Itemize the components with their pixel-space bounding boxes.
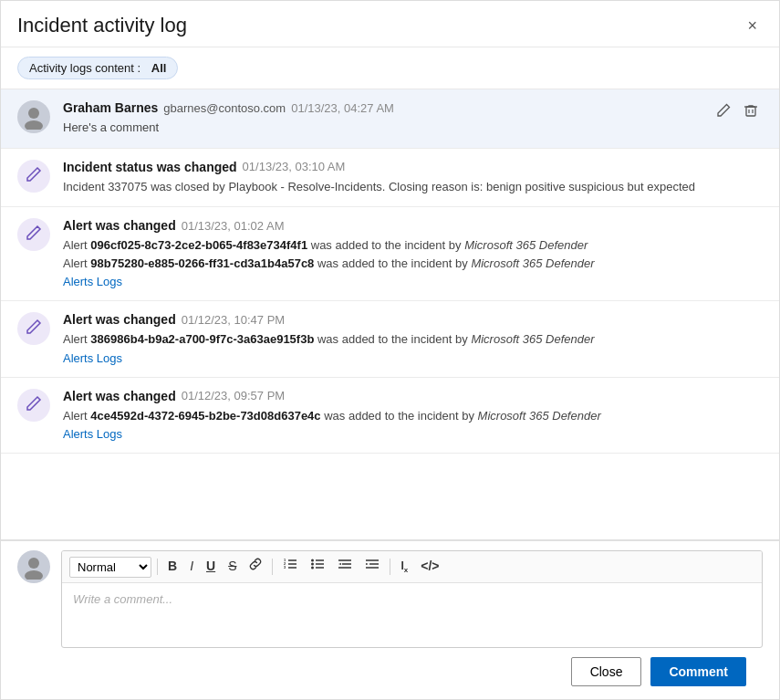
- pencil-icon: [26, 166, 42, 186]
- log-body: Incident 337075 was closed by Playbook -…: [63, 178, 763, 196]
- log-item: Incident status was changed 01/13/23, 03…: [1, 149, 779, 208]
- log-header-row: Graham Barnes gbarnes@contoso.com 01/13/…: [63, 100, 699, 115]
- log-content: Alert was changed 01/13/23, 01:02 AM Ale…: [63, 218, 763, 289]
- icon-circle: [17, 389, 50, 422]
- filter-label: Activity logs content :: [29, 61, 140, 75]
- log-action: Alert was changed: [63, 312, 176, 327]
- pencil-icon: [26, 319, 42, 339]
- log-email: gbarnes@contoso.com: [163, 101, 286, 115]
- comment-button[interactable]: Comment: [650, 657, 746, 686]
- incident-activity-log-panel: Incident activity log × Activity logs co…: [0, 0, 780, 700]
- svg-point-17: [311, 559, 314, 562]
- svg-rect-2: [746, 107, 755, 116]
- toolbar-separator: [390, 559, 390, 575]
- log-item: Alert was changed 01/12/23, 09:57 PM Ale…: [1, 378, 779, 454]
- log-content: Incident status was changed 01/13/23, 03…: [63, 160, 763, 196]
- indent-decrease-button[interactable]: [333, 556, 357, 578]
- log-body: Alert 4ce4592d-4372-6945-b2be-73d08d637e…: [63, 407, 763, 425]
- svg-point-0: [28, 108, 39, 119]
- link-button[interactable]: [244, 556, 266, 578]
- editor-area: Normal Heading 1 Heading 2 Heading 3 B I…: [1, 539, 779, 699]
- log-header-row: Incident status was changed 01/13/23, 03…: [63, 160, 763, 174]
- svg-point-1: [25, 120, 43, 130]
- icon-circle: [17, 312, 50, 345]
- italic-button[interactable]: I: [185, 556, 198, 578]
- alerts-logs-link[interactable]: Alerts Logs: [63, 427, 122, 441]
- format-select[interactable]: Normal Heading 1 Heading 2 Heading 3: [69, 557, 151, 578]
- close-button[interactable]: Close: [571, 657, 642, 686]
- svg-point-18: [311, 563, 314, 566]
- svg-point-19: [311, 567, 314, 569]
- toolbar-separator: [157, 559, 158, 575]
- comment-editor: Normal Heading 1 Heading 2 Heading 3 B I…: [61, 550, 763, 648]
- filter-value: All: [151, 61, 167, 75]
- log-header-row: Alert was changed 01/13/23, 01:02 AM: [63, 218, 763, 233]
- log-item: Graham Barnes gbarnes@contoso.com 01/13/…: [1, 89, 779, 149]
- unordered-list-button[interactable]: [306, 556, 329, 578]
- code-button[interactable]: </>: [416, 556, 443, 578]
- log-header-row: Alert was changed 01/12/23, 09:57 PM: [63, 389, 763, 403]
- alerts-logs-link[interactable]: Alerts Logs: [63, 275, 122, 288]
- log-time: 01/12/23, 09:57 PM: [182, 389, 285, 402]
- log-item: Alert was changed 01/13/23, 01:02 AM Ale…: [1, 207, 779, 301]
- toolbar-separator: [272, 559, 273, 575]
- svg-point-6: [28, 558, 39, 569]
- log-body: Alert 096cf025-8c73-2ce2-b065-4f83e734f4…: [63, 236, 763, 272]
- bottom-actions: Close Comment: [17, 648, 763, 686]
- panel-title: Incident activity log: [17, 14, 187, 37]
- log-content: Graham Barnes gbarnes@contoso.com 01/13/…: [63, 100, 699, 137]
- filter-pill[interactable]: Activity logs content : All: [17, 57, 178, 79]
- clear-format-button[interactable]: Ix: [396, 557, 412, 578]
- alerts-logs-link[interactable]: Alerts Logs: [63, 351, 122, 365]
- editor-avatar: [17, 550, 50, 583]
- log-action: Alert was changed: [63, 389, 176, 403]
- ordered-list-button[interactable]: 1 2 3: [278, 556, 302, 578]
- indent-increase-button[interactable]: [360, 556, 384, 578]
- comment-input[interactable]: Write a comment...: [62, 583, 762, 647]
- panel-header: Incident activity log ×: [1, 1, 779, 47]
- bold-button[interactable]: B: [163, 556, 182, 578]
- log-list: Graham Barnes gbarnes@contoso.com 01/13/…: [1, 89, 779, 539]
- icon-circle: [17, 218, 50, 251]
- log-actions: [712, 100, 763, 123]
- avatar: [17, 100, 50, 133]
- log-header-row: Alert was changed 01/12/23, 10:47 PM: [63, 312, 763, 327]
- filter-bar: Activity logs content : All: [1, 47, 779, 89]
- log-content: Alert was changed 01/12/23, 09:57 PM Ale…: [63, 389, 763, 443]
- pencil-icon: [26, 395, 42, 415]
- log-item: Alert was changed 01/12/23, 10:47 PM Ale…: [1, 301, 779, 378]
- log-content: Alert was changed 01/12/23, 10:47 PM Ale…: [63, 312, 763, 366]
- log-time: 01/12/23, 10:47 PM: [182, 313, 285, 327]
- icon-circle: [17, 160, 50, 193]
- log-time: 01/13/23, 01:02 AM: [182, 219, 285, 233]
- log-body: Here's a comment: [63, 119, 699, 137]
- log-body: Alert 386986b4-b9a2-a700-9f7c-3a63ae915f…: [63, 330, 763, 349]
- underline-button[interactable]: U: [202, 556, 220, 578]
- log-action: Incident status was changed: [63, 160, 237, 174]
- log-time: 01/13/23, 03:10 AM: [243, 160, 346, 173]
- log-action: Alert was changed: [63, 218, 176, 233]
- edit-button[interactable]: [712, 100, 735, 123]
- svg-point-7: [25, 570, 43, 580]
- strikethrough-button[interactable]: S: [224, 556, 241, 578]
- editor-toolbar: Normal Heading 1 Heading 2 Heading 3 B I…: [62, 551, 762, 583]
- delete-button[interactable]: [739, 100, 763, 123]
- pencil-icon: [26, 225, 42, 245]
- panel-close-button[interactable]: ×: [742, 14, 763, 37]
- svg-text:3: 3: [284, 565, 286, 569]
- log-author: Graham Barnes: [63, 100, 158, 115]
- log-time: 01/13/23, 04:27 AM: [291, 101, 394, 115]
